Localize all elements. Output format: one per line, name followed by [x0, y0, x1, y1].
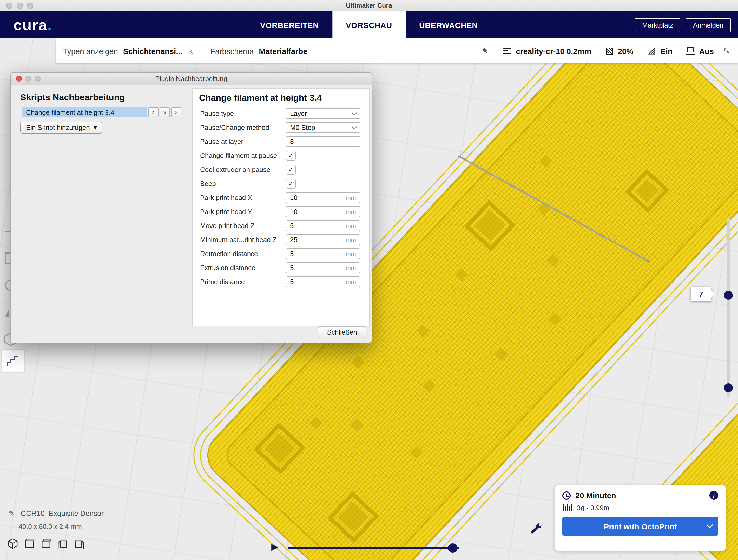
rename-model-icon[interactable]: ✎	[8, 509, 14, 517]
camera-view-buttons	[7, 538, 85, 549]
app-root: Ultimaker Cura cura. VORBEREITEN VORSCHA…	[0, 0, 738, 560]
view-3d-icon[interactable]	[7, 538, 18, 549]
cool-extruder-checkbox[interactable]: ✓	[286, 165, 296, 174]
beep-checkbox[interactable]: ✓	[286, 179, 296, 188]
layer-number-badge: 7	[691, 287, 712, 301]
minimize-window-button[interactable]	[17, 2, 23, 9]
layer-slider-handle-bottom[interactable]	[724, 383, 733, 392]
print-job-panel: 20 Minuten i 3g · 0.99m Print with OctoP…	[555, 485, 726, 551]
color-scheme-label: Farbschema	[211, 46, 254, 55]
dialog-close-button[interactable]	[16, 76, 22, 82]
view-top-icon[interactable]	[41, 538, 51, 549]
field-row: Extrusion distance 5mm	[193, 261, 369, 275]
layer-legend-tile[interactable]	[1, 349, 25, 373]
settings-heading: Change filament at height 3.4	[193, 89, 369, 106]
material-usage: 3g · 0.99m	[577, 504, 609, 512]
simulation-slider-handle[interactable]	[448, 543, 457, 553]
field-label: Change filament at pause	[200, 152, 286, 159]
printer-name[interactable]: creality-cr-10 0.2mm	[516, 46, 591, 55]
printer-icon	[502, 48, 510, 54]
qr-finder-square	[328, 491, 379, 543]
park-y-input[interactable]: 10mm	[286, 206, 360, 217]
pencil-icon[interactable]: ✎	[482, 46, 488, 56]
adjust-tools-icon[interactable]	[529, 523, 542, 536]
field-label: Retraction distance	[200, 250, 286, 258]
pencil-icon[interactable]: ✎	[723, 46, 730, 56]
field-row: Park print head X 10mm	[193, 191, 369, 205]
check-icon: ✓	[288, 180, 294, 187]
field-row: Retraction distance 5mm	[193, 247, 369, 261]
close-dialog-button[interactable]: Schließen	[318, 326, 366, 338]
qr-finder-square	[625, 169, 669, 213]
view-front-icon[interactable]	[24, 538, 35, 549]
marketplace-button[interactable]: Marktplatz	[635, 18, 681, 32]
field-label: Beep	[200, 180, 286, 187]
color-scheme-value[interactable]: Materialfarbe	[259, 46, 307, 55]
change-filament-checkbox[interactable]: ✓	[286, 151, 296, 160]
support-section[interactable]: Ein	[641, 38, 680, 63]
view-right-icon[interactable]	[74, 538, 85, 549]
chevron-down-icon[interactable]	[701, 517, 718, 536]
field-row: Move print head Z 5mm	[193, 219, 369, 233]
park-x-input[interactable]: 10mm	[286, 192, 360, 203]
tab-vorschau[interactable]: VORSCHAU	[332, 11, 406, 38]
color-scheme-section[interactable]: Farbschema Materialfarbe	[203, 38, 315, 63]
field-label: Park print head X	[200, 194, 286, 201]
field-row: Prime distance 5mm	[193, 275, 369, 289]
adhesion-section[interactable]: Aus	[680, 38, 721, 63]
infill-value: 20%	[618, 46, 633, 55]
filament-icon	[563, 504, 572, 511]
add-script-button[interactable]: Ein Skript hinzufügen ▾	[20, 121, 103, 133]
script-settings-panel: Change filament at height 3.4 Pause type…	[192, 88, 370, 326]
pause-method-select[interactable]: M0 Stop	[286, 122, 360, 133]
move-script-up-button[interactable]: ∧	[148, 107, 158, 117]
window-controls	[6, 2, 33, 9]
dialog-zoom-button[interactable]	[35, 76, 41, 82]
header-actions: Marktplatz Anmelden	[635, 18, 731, 32]
zoom-window-button[interactable]	[27, 2, 33, 9]
tab-ueberwachen[interactable]: ÜBERWACHEN	[406, 11, 491, 38]
signin-button[interactable]: Anmelden	[686, 18, 731, 32]
qr-finder-square	[254, 423, 305, 474]
field-row: Minimum par...rint head Z 25mm	[193, 233, 369, 247]
remove-script-button[interactable]: ×	[171, 107, 181, 117]
window-title: Ultimaker Cura	[0, 2, 738, 9]
play-button[interactable]: ▶	[271, 542, 278, 551]
layer-slider-track[interactable]	[727, 218, 730, 397]
print-with-octoprint-button[interactable]: Print with OctoPrint	[562, 517, 718, 536]
pause-type-select[interactable]: Layer	[286, 108, 360, 119]
info-icon[interactable]: i	[709, 491, 718, 500]
infill-section[interactable]: 20%	[599, 38, 641, 63]
app-header: cura. VORBEREITEN VORSCHAU ÜBERWACHEN Ma…	[0, 11, 738, 38]
active-script-item[interactable]: Change filament at height 3.4	[22, 107, 147, 117]
extrusion-distance-input[interactable]: 5mm	[286, 262, 360, 273]
adhesion-value: Aus	[699, 46, 714, 55]
minimum-park-z-input[interactable]: 25mm	[286, 234, 360, 245]
layer-slider-handle-top[interactable]	[724, 291, 733, 300]
view-left-icon[interactable]	[57, 538, 68, 549]
printer-config-section[interactable]: creality-cr-10 0.2mm	[495, 38, 599, 63]
dialog-minimize-button[interactable]	[25, 76, 31, 82]
field-label: Extrusion distance	[200, 264, 286, 272]
dialog-titlebar[interactable]: Plugin Nachbearbeitung	[11, 73, 372, 85]
macos-titlebar: Ultimaker Cura	[0, 0, 738, 11]
retraction-distance-input[interactable]: 5mm	[286, 248, 360, 259]
view-type-value[interactable]: Schichtenansi...	[123, 46, 182, 55]
field-label: Park print head Y	[200, 208, 286, 215]
move-z-input[interactable]: 5mm	[286, 220, 360, 231]
pause-at-layer-input[interactable]: 8	[286, 136, 360, 147]
view-toolbar: Typen anzeigen Schichtenansi... ‹ Farbsc…	[56, 38, 738, 63]
post-processing-dialog: Plugin Nachbearbeitung Skripts Nachbearb…	[10, 72, 372, 344]
close-window-button[interactable]	[6, 2, 12, 9]
tab-vorbereiten[interactable]: VORBEREITEN	[247, 11, 332, 38]
model-dimensions: 40.0 x 80.0 x 2.4 mm	[19, 523, 82, 530]
view-type-section[interactable]: Typen anzeigen Schichtenansi... ‹	[56, 38, 203, 63]
print-time-row: 20 Minuten i	[562, 491, 718, 500]
simulation-slider-track[interactable]	[288, 547, 459, 549]
cura-logo: cura.	[14, 16, 52, 33]
check-icon: ✓	[288, 152, 294, 159]
move-script-down-button[interactable]: ∨	[159, 107, 170, 117]
chevron-left-icon[interactable]: ‹	[188, 46, 195, 56]
adhesion-icon	[687, 47, 694, 52]
prime-distance-input[interactable]: 5mm	[286, 276, 360, 287]
